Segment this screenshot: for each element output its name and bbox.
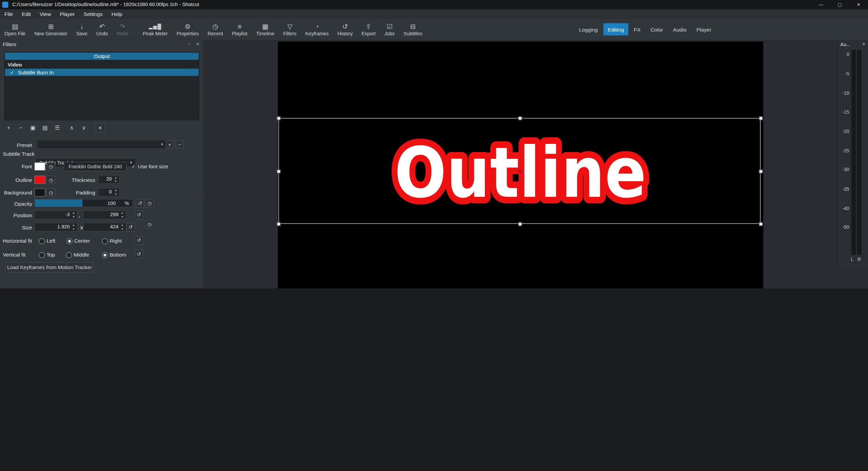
channels-icon[interactable]: ☰ [53, 125, 61, 131]
handle-top-right[interactable] [759, 116, 763, 120]
size-keyframe-stopwatch-icon[interactable]: ◷ [145, 220, 154, 229]
check-icon[interactable]: ✓ [10, 70, 14, 75]
menu-player[interactable]: Player [55, 10, 79, 19]
new-generator-button[interactable]: ⊞New Generator [30, 22, 72, 37]
handle-bottom-left[interactable] [277, 222, 280, 226]
load-keyframes-motion-tracker-button[interactable]: Load Keyframes from Motion Tracker [5, 262, 94, 272]
handle-bottom-right[interactable] [759, 222, 763, 226]
outline-color-swatch[interactable] [34, 176, 45, 184]
opacity-reset-icon[interactable]: ↺ [136, 199, 144, 208]
save-button[interactable]: ↓Save [72, 22, 92, 37]
move-down-icon[interactable]: ∨ [80, 125, 88, 131]
menu-help[interactable]: Help [107, 10, 127, 19]
history-button[interactable]: ↺History [333, 22, 357, 37]
float-panel-icon[interactable]: ▫ [188, 41, 190, 46]
handle-bottom-center[interactable] [518, 222, 522, 226]
preset-dropdown[interactable]: ▼ [37, 139, 167, 149]
spin-up-icon: ▲ [113, 176, 118, 180]
vfit-bottom-label: Bottom [110, 251, 126, 258]
deselect-filter-icon[interactable]: ✕ [95, 123, 105, 132]
position-center-handle[interactable] [518, 169, 522, 173]
size-reset-icon[interactable]: ↺ [126, 223, 135, 231]
hfit-center-radio[interactable] [66, 238, 73, 244]
panel-splitter-handle[interactable]: ···· [202, 193, 206, 204]
stopwatch-icon: ◔ [315, 23, 319, 31]
close-panel-icon[interactable]: ✕ [862, 41, 866, 46]
padding-spinner[interactable]: 0▲▼ [98, 188, 120, 196]
hfit-left-label: Left [46, 238, 55, 244]
tab-color[interactable]: Color [646, 23, 667, 36]
font-button[interactable]: Franklin Gothic Bold 240 [64, 162, 127, 171]
filters-panel: Filters ▫ ✕ Output Video ✓ Subtitle Burn… [0, 40, 203, 288]
menu-edit[interactable]: Edit [17, 10, 35, 19]
spin-down-icon: ▼ [71, 227, 76, 231]
use-font-size-checkbox[interactable]: ✓ [132, 164, 136, 169]
handle-middle-right[interactable] [759, 170, 763, 173]
jobs-button[interactable]: ☑Jobs [380, 22, 399, 37]
font-color-swatch[interactable] [34, 162, 45, 170]
recent-button[interactable]: ◷Recent [203, 22, 228, 37]
tab-fx[interactable]: FX [629, 23, 645, 36]
hfit-reset-icon[interactable]: ↺ [135, 236, 143, 245]
outline-keyframe-stopwatch-icon[interactable]: ◷ [46, 176, 55, 184]
font-label: Font [0, 164, 32, 170]
properties-button[interactable]: ⚙Properties [172, 22, 203, 37]
minimize-button[interactable]: — [811, 0, 830, 10]
tab-logging[interactable]: Logging [575, 23, 602, 36]
background-keyframe-stopwatch-icon[interactable]: ◷ [46, 188, 55, 196]
filter-row-subtitle-burn-in[interactable]: ✓ Subtitle Burn In [5, 69, 199, 76]
position-x-spinner[interactable]: -3▲▼ [34, 210, 77, 219]
export-button[interactable]: ⇧Export [357, 22, 380, 37]
undo-button[interactable]: ↶Undo [92, 22, 112, 37]
maximize-button[interactable]: ▢ [830, 0, 849, 10]
save-preset-icon[interactable]: + [165, 140, 174, 148]
peak-meter-button[interactable]: ▂▅█Peak Meter [138, 22, 172, 37]
vfit-bottom-radio[interactable] [102, 252, 108, 258]
hfit-left-radio[interactable] [39, 238, 45, 244]
keyframes-button[interactable]: ◔Keyframes [301, 22, 333, 37]
tab-audio[interactable]: Audio [669, 23, 691, 36]
tab-player[interactable]: Player [692, 23, 716, 36]
add-filter-icon[interactable]: + [4, 125, 13, 131]
close-panel-icon[interactable]: ✕ [196, 41, 200, 46]
main-toolbar: ▤Open File ⊞New Generator ↓Save ↶Undo ↷R… [0, 19, 868, 41]
opacity-slider[interactable]: 100 % [34, 199, 133, 207]
position-y-spinner[interactable]: 299▲▼ [83, 210, 126, 219]
paste-filter-icon[interactable]: ▤ [41, 125, 49, 131]
hfit-right-label: Right [110, 238, 122, 244]
subtitles-button[interactable]: ⊟Subtitles [399, 22, 427, 37]
handle-middle-left[interactable] [277, 170, 280, 173]
close-button[interactable]: ✕ [849, 0, 868, 10]
position-label: Position [0, 212, 32, 218]
hfit-right-radio[interactable] [102, 238, 108, 244]
position-reset-icon[interactable]: ↺ [135, 210, 143, 219]
clock-icon: ◷ [212, 23, 218, 31]
undo-icon: ↶ [99, 23, 105, 31]
delete-preset-icon[interactable]: − [176, 140, 184, 148]
playlist-button[interactable]: ≡Playlist [228, 22, 252, 37]
size-height-spinner[interactable]: 424▲▼ [83, 223, 126, 231]
menu-settings[interactable]: Settings [79, 10, 107, 19]
playlist-icon: ≡ [238, 23, 241, 31]
output-header[interactable]: Output [5, 53, 199, 60]
filters-button[interactable]: ▽Filters [279, 22, 301, 37]
remove-filter-icon[interactable]: − [17, 125, 25, 131]
size-width-spinner[interactable]: 1.920▲▼ [34, 223, 77, 231]
thickness-spinner[interactable]: 20▲▼ [98, 175, 120, 184]
vfit-reset-icon[interactable]: ↺ [135, 250, 143, 259]
background-color-swatch[interactable] [34, 188, 45, 196]
open-file-button[interactable]: ▤Open File [0, 22, 30, 37]
redo-button[interactable]: ↷Redo [112, 22, 133, 37]
handle-top-center[interactable] [518, 116, 522, 120]
timeline-button[interactable]: ▦Timeline [252, 22, 279, 37]
vfit-middle-radio[interactable] [66, 252, 72, 258]
tab-editing[interactable]: Editing [603, 23, 628, 36]
font-keyframe-stopwatch-icon[interactable]: ◷ [46, 162, 55, 170]
copy-filter-icon[interactable]: ▣ [29, 125, 37, 131]
move-up-icon[interactable]: ∧ [67, 125, 76, 131]
menu-file[interactable]: File [0, 10, 17, 19]
menu-view[interactable]: View [35, 10, 55, 19]
handle-top-left[interactable] [277, 116, 280, 120]
opacity-keyframe-stopwatch-icon[interactable]: ◷ [145, 199, 154, 208]
vfit-top-radio[interactable] [39, 252, 45, 258]
